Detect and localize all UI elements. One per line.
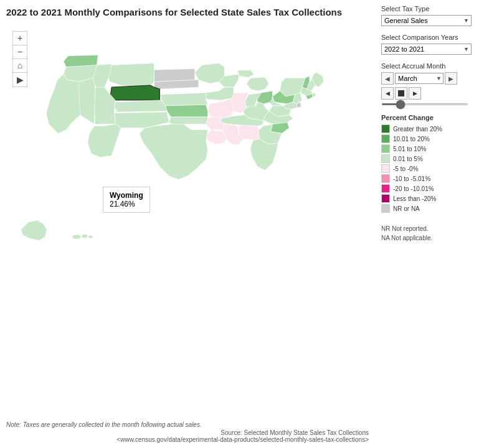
- source-text: Source: Selected Monthly State Sales Tax…: [6, 429, 369, 443]
- legend-item: Greater than 20%: [381, 124, 478, 133]
- us-map[interactable]: [6, 25, 361, 286]
- legend-swatch: [381, 194, 390, 203]
- legend-swatch: [381, 144, 390, 153]
- map-container: + − ⌂ ▶: [6, 25, 361, 286]
- legend-swatch: [381, 134, 390, 143]
- collection-note: Note: Taxes are generally collected in t…: [6, 421, 369, 428]
- legend-label: 0.01 to 5%: [393, 156, 423, 162]
- na-line2: NA Not applicable.: [381, 233, 478, 243]
- comparison-years-label: Select Comparison Years: [381, 34, 478, 41]
- legend-item: -10 to -5.01%: [381, 174, 478, 183]
- month-select-wrapper: JanuaryFebruaryMarch AprilMayJune JulyAu…: [395, 73, 444, 84]
- zoom-in-button[interactable]: +: [13, 32, 27, 45]
- legend-item: Less than -20%: [381, 194, 478, 203]
- page-title: 2022 to 2021 Monthly Comparisons for Sel…: [6, 6, 343, 19]
- playback-prev-button[interactable]: ◀: [381, 87, 394, 100]
- legend-swatch: [381, 174, 390, 183]
- legend-title: Percent Change: [381, 114, 478, 121]
- legend-item: 10.01 to 20%: [381, 134, 478, 143]
- month-prev-button[interactable]: ◀: [381, 72, 394, 85]
- stop-icon: [398, 90, 404, 96]
- accrual-month-control: Select Accrual Month ◀ JanuaryFebruaryMa…: [381, 62, 478, 85]
- legend-swatch: [381, 204, 390, 213]
- play-button[interactable]: ▶: [13, 73, 27, 86]
- playback-next-button[interactable]: ▶: [409, 87, 421, 100]
- right-panel: Select Tax Type General Sales Corporate …: [375, 0, 484, 448]
- home-button[interactable]: ⌂: [13, 59, 27, 73]
- playback-stop-button[interactable]: [395, 87, 407, 100]
- legend-item: 5.01 to 10%: [381, 144, 478, 153]
- playback-controls: ◀ ▶: [381, 87, 478, 100]
- zoom-out-button[interactable]: −: [13, 45, 27, 59]
- tax-type-control: Select Tax Type General Sales Corporate …: [381, 5, 478, 26]
- accrual-month-label: Select Accrual Month: [381, 62, 478, 70]
- legend-label: 10.01 to 20%: [393, 136, 430, 142]
- svg-point-2: [82, 234, 88, 238]
- legend-label: NR or NA: [393, 205, 420, 212]
- legend-item: NR or NA: [381, 204, 478, 213]
- month-slider[interactable]: [381, 103, 468, 105]
- tax-type-label: Select Tax Type: [381, 5, 478, 12]
- comparison-years-select[interactable]: 2022 to 2021 2021 to 2020 2020 to 2019: [381, 44, 472, 55]
- legend-item: 0.01 to 5%: [381, 154, 478, 163]
- legend-label: -5 to -0%: [393, 166, 419, 172]
- month-slider-container: [381, 103, 478, 105]
- legend-label: Greater than 20%: [393, 126, 442, 133]
- legend-items: Greater than 20%10.01 to 20%5.01 to 10%0…: [381, 124, 478, 213]
- legend-swatch: [381, 154, 390, 163]
- month-select[interactable]: JanuaryFebruaryMarch AprilMayJune JulyAu…: [395, 73, 444, 84]
- legend-swatch: [381, 184, 390, 193]
- nr-line1: NR Not reported.: [381, 224, 478, 233]
- comparison-years-select-wrapper: 2022 to 2021 2021 to 2020 2020 to 2019 ▼: [381, 44, 472, 55]
- svg-point-1: [72, 235, 81, 239]
- svg-point-0: [291, 105, 293, 108]
- svg-point-3: [88, 235, 93, 238]
- legend-label: Less than -20%: [393, 195, 437, 202]
- legend-label: 5.01 to 10%: [393, 146, 426, 152]
- tax-type-select[interactable]: General Sales Corporate Income Individua…: [381, 15, 472, 26]
- bottom-notes: Note: Taxes are generally collected in t…: [6, 421, 369, 443]
- legend-label: -10 to -5.01%: [393, 175, 430, 182]
- nr-note: NR Not reported. NA Not applicable.: [381, 224, 478, 243]
- month-next-button[interactable]: ▶: [445, 72, 457, 85]
- map-zoom-controls: + − ⌂ ▶: [12, 31, 27, 87]
- legend-item: -5 to -0%: [381, 164, 478, 173]
- legend-label: -20 to -10.01%: [393, 185, 434, 192]
- month-nav: ◀ JanuaryFebruaryMarch AprilMayJune July…: [381, 72, 478, 85]
- legend-swatch: [381, 124, 390, 133]
- legend: Percent Change Greater than 20%10.01 to …: [381, 114, 478, 214]
- comparison-years-control: Select Comparison Years 2022 to 2021 202…: [381, 34, 478, 55]
- legend-item: -20 to -10.01%: [381, 184, 478, 193]
- tax-type-select-wrapper: General Sales Corporate Income Individua…: [381, 15, 472, 26]
- legend-swatch: [381, 164, 390, 173]
